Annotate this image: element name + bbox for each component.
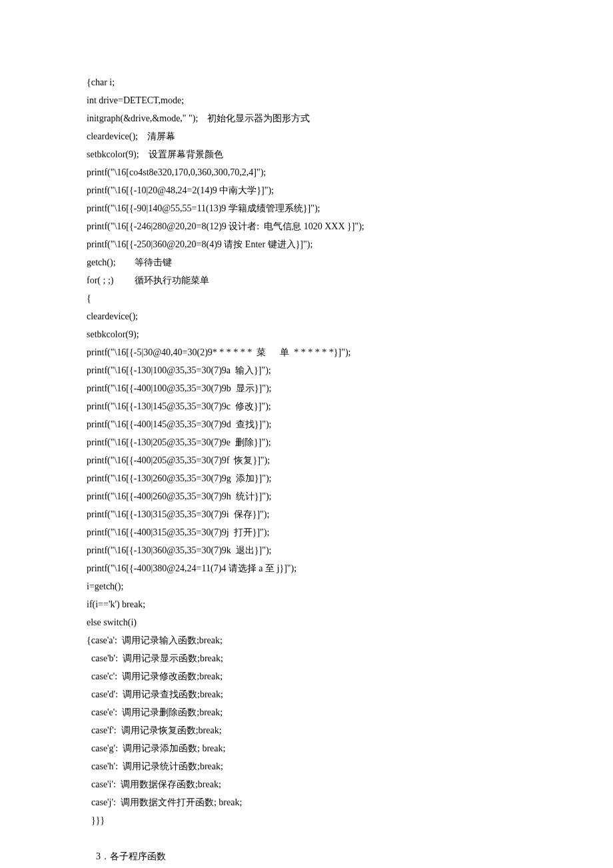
code-line: getch(); 等待击键	[87, 253, 526, 271]
code-line: printf("\16[{-130|100@35,35=30(7)9a 输入}]…	[87, 361, 526, 379]
section-number: 3．	[96, 851, 110, 861]
code-line: else switch(i)	[87, 613, 526, 631]
code-line: printf("\16[{-246|280@20,20=8(12)9 设计者: …	[87, 217, 526, 235]
code-line: printf("\16[{-130|145@35,35=30(7)9c 修改}]…	[87, 397, 526, 415]
code-line: printf("\16[co4st8e320,170,0,360,300,70,…	[87, 163, 526, 181]
code-line: if(i=='k') break;	[87, 595, 526, 613]
code-line: cleardevice();	[87, 307, 526, 325]
code-line: printf("\16[{-90|140@55,55=11(13)9 学籍成绩管…	[87, 199, 526, 217]
code-line: setbkcolor(9);	[87, 325, 526, 343]
code-line: setbkcolor(9); 设置屏幕背景颜色	[87, 145, 526, 163]
code-line: }}}	[87, 811, 526, 829]
code-line: case'd': 调用记录查找函数;break;	[87, 685, 526, 703]
code-line: case'g': 调用记录添加函数; break;	[87, 739, 526, 757]
code-line: printf("\16[{-130|205@35,35=30(7)9e 删除}]…	[87, 433, 526, 451]
code-line: printf("\16[{-400|260@35,35=30(7)9h 统计}]…	[87, 487, 526, 505]
code-line: {char i;	[87, 73, 526, 91]
code-line: case'b': 调用记录显示函数;break;	[87, 649, 526, 667]
code-line: {	[87, 289, 526, 307]
code-line: {case'a': 调用记录输入函数;break;	[87, 631, 526, 649]
section-heading: 3．各子程序函数	[87, 829, 526, 868]
code-line: printf("\16[{-130|315@35,35=30(7)9i 保存}]…	[87, 505, 526, 523]
code-line: printf("\16[{-400|205@35,35=30(7)9f 恢复}]…	[87, 451, 526, 469]
code-line: case'i': 调用数据保存函数;break;	[87, 775, 526, 793]
code-line: printf("\16[{-130|260@35,35=30(7)9g 添加}]…	[87, 469, 526, 487]
code-line: printf("\16[{-400|100@35,35=30(7)9b 显示}]…	[87, 379, 526, 397]
code-line: printf("\16[{-400|315@35,35=30(7)9j 打开}]…	[87, 523, 526, 541]
code-line: printf("\16[{-400|380@24,24=11(7)4 请选择 a…	[87, 559, 526, 577]
document-page: {char i;int drive=DETECT,mode;initgraph(…	[0, 0, 613, 868]
code-line: printf("\16[{-5|30@40,40=30(2)9* * * * *…	[87, 343, 526, 361]
code-line: case'f': 调用记录恢复函数;break;	[87, 721, 526, 739]
code-line: printf("\16[{-250|360@20,20=8(4)9 请按 Ent…	[87, 235, 526, 253]
code-line: for( ; ;) 循环执行功能菜单	[87, 271, 526, 289]
code-line: case'c': 调用记录修改函数;break;	[87, 667, 526, 685]
code-line: case'h': 调用记录统计函数;break;	[87, 757, 526, 775]
code-line: cleardevice(); 清屏幕	[87, 127, 526, 145]
code-line: initgraph(&drive,&mode," "); 初始化显示器为图形方式	[87, 109, 526, 127]
code-line: case'e': 调用记录删除函数;break;	[87, 703, 526, 721]
code-line: i=getch();	[87, 577, 526, 595]
code-block: {char i;int drive=DETECT,mode;initgraph(…	[87, 73, 526, 829]
code-line: printf("\16[{-10|20@48,24=2(14)9 中南大学}]"…	[87, 181, 526, 199]
section-title: 各子程序函数	[110, 851, 166, 861]
code-line: int drive=DETECT,mode;	[87, 91, 526, 109]
code-line: printf("\16[{-130|360@35,35=30(7)9k 退出}]…	[87, 541, 526, 559]
code-line: printf("\16[{-400|145@35,35=30(7)9d 查找}]…	[87, 415, 526, 433]
code-line: case'j': 调用数据文件打开函数; break;	[87, 793, 526, 811]
